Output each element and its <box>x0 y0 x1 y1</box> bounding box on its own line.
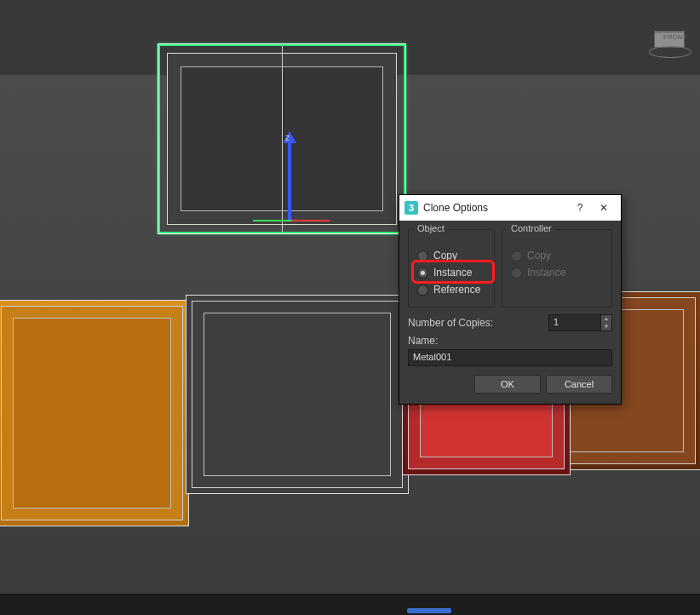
ok-button-label: OK <box>501 379 514 389</box>
gizmo-z-axis[interactable] <box>288 135 291 220</box>
timeline-bar[interactable] <box>0 594 700 615</box>
close-button[interactable]: ✕ <box>592 195 616 221</box>
gizmo-origin[interactable] <box>280 216 299 227</box>
radio-instance[interactable]: Instance <box>417 264 485 281</box>
name-label: Name: <box>408 335 612 347</box>
view-cube-face[interactable]: FRONT <box>654 31 685 48</box>
controller-group-legend: Controller <box>508 223 555 233</box>
close-icon: ✕ <box>600 202 608 214</box>
object-group: Object Copy Instance Reference <box>408 229 495 308</box>
radio-instance-input[interactable] <box>417 267 428 279</box>
copies-label: Number of Copies: <box>408 317 542 329</box>
view-cube[interactable]: FRONT <box>649 31 693 65</box>
app-icon: 3 <box>405 201 418 215</box>
dialog-titlebar[interactable]: 3 Clone Options ? ✕ <box>399 195 621 221</box>
view-cube-ring[interactable] <box>649 46 691 58</box>
spinner-down-button[interactable]: ▼ <box>600 323 611 330</box>
scene-box-orange[interactable] <box>0 300 189 526</box>
app-icon-char: 3 <box>409 203 414 213</box>
ok-button[interactable]: OK <box>474 375 541 394</box>
copies-value: 1 <box>554 317 559 327</box>
dialog-button-row: OK Cancel <box>408 375 612 394</box>
name-input-value: Metal001 <box>413 352 451 362</box>
controller-group: Controller Copy Instance <box>502 229 612 308</box>
copies-row: Number of Copies: 1 ▲ ▼ <box>408 314 612 331</box>
name-input[interactable]: Metal001 <box>408 349 612 366</box>
radio-ctrl-copy: Copy <box>511 247 603 264</box>
radio-reference-input[interactable] <box>417 285 428 296</box>
radio-reference-label: Reference <box>433 284 480 296</box>
scene-box-gray[interactable] <box>186 295 409 494</box>
radio-ctrl-copy-input <box>511 250 522 262</box>
copies-spinner[interactable]: 1 ▲ ▼ <box>548 314 612 331</box>
radio-ctrl-copy-label: Copy <box>527 250 551 262</box>
radio-copy-input[interactable] <box>417 250 428 262</box>
dialog-title: Clone Options <box>423 202 568 214</box>
radio-reference[interactable]: Reference <box>417 281 485 298</box>
radio-instance-label: Instance <box>433 267 472 279</box>
dialog-body: Object Copy Instance Reference Controlle… <box>399 221 621 404</box>
clone-options-dialog: 3 Clone Options ? ✕ Object Copy Instance… <box>399 194 622 405</box>
radio-ctrl-instance-input <box>511 267 522 279</box>
view-cube-face-label: FRONT <box>663 33 687 41</box>
radio-ctrl-instance: Instance <box>511 264 603 281</box>
gizmo-z-label: z <box>285 133 290 142</box>
transform-gizmo[interactable]: z <box>277 135 302 228</box>
help-icon: ? <box>577 202 583 214</box>
timeline-keyframe[interactable] <box>407 608 451 613</box>
cancel-button-label: Cancel <box>565 379 594 389</box>
name-row: Name: Metal001 <box>408 335 612 366</box>
radio-copy-label: Copy <box>433 250 457 262</box>
radio-copy[interactable]: Copy <box>417 247 485 264</box>
help-button[interactable]: ? <box>568 195 592 221</box>
object-group-legend: Object <box>414 223 448 233</box>
radio-ctrl-instance-label: Instance <box>527 267 565 279</box>
cancel-button[interactable]: Cancel <box>546 375 612 394</box>
